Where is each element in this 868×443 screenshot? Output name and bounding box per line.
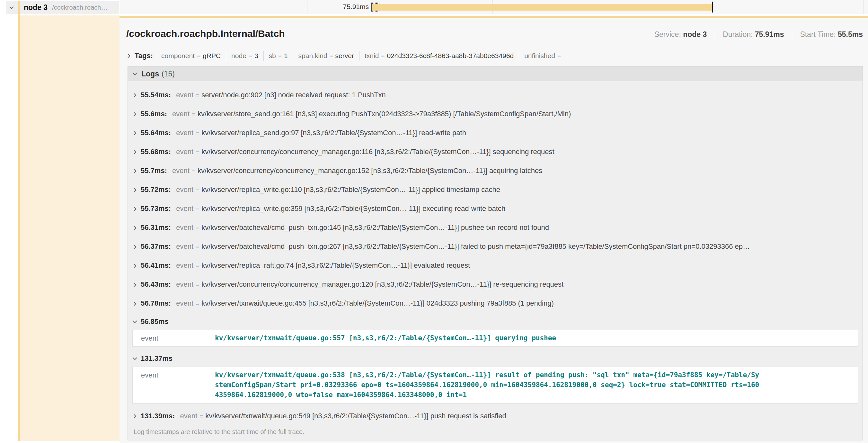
- chevron-down-icon[interactable]: [132, 319, 137, 324]
- tag-item[interactable]: unfinished =: [519, 51, 568, 61]
- log-entry-row[interactable]: 55.7ms: event = kv/kvserver/concurrency/…: [132, 162, 858, 180]
- logs-footnote: Log timestamps are relative to the start…: [132, 426, 858, 440]
- timeline-gridline: [863, 0, 864, 14]
- tag-item[interactable]: txnid = 024d3323-6c8f-4863-aa8b-37ab0e63…: [360, 51, 519, 61]
- log-timestamp: 55.7ms:: [141, 166, 167, 175]
- log-entry-row[interactable]: 55.73ms: event = kv/kvserver/replica_wri…: [132, 199, 858, 218]
- chevron-right-icon[interactable]: [132, 282, 137, 287]
- log-message: kv/kvserver/concurrency/concurrency_mana…: [197, 166, 542, 175]
- equals-sign: =: [192, 167, 195, 176]
- log-message: kv/kvserver/concurrency/concurrency_mana…: [202, 280, 563, 289]
- chevron-right-icon[interactable]: [132, 149, 137, 155]
- equals-sign: =: [196, 204, 199, 213]
- tag-item[interactable]: component = gRPC: [156, 51, 226, 61]
- separator: [715, 31, 715, 39]
- chevron-right-icon[interactable]: [132, 131, 137, 136]
- log-rows: 55.54ms: event = server/node.go:902 [n3]…: [128, 81, 863, 440]
- span-duration-bar[interactable]: [372, 4, 713, 10]
- log-field-key: event: [176, 91, 193, 100]
- equals-sign: =: [278, 52, 282, 59]
- chevron-right-icon[interactable]: [132, 206, 137, 211]
- equals-sign: =: [196, 299, 199, 308]
- log-field-value: kv/kvserver/txnwait/queue.go:538 [n3,s3,…: [215, 370, 858, 400]
- equals-sign: =: [557, 52, 561, 59]
- log-entry-row[interactable]: 55.6ms: event = kv/kvserver/store_send.g…: [132, 105, 858, 124]
- chevron-right-icon[interactable]: [132, 93, 137, 98]
- log-entry-row[interactable]: 55.64ms: event = kv/kvserver/replica_sen…: [132, 124, 858, 142]
- log-key-values-table: event kv/kvserver/txnwait/queue.go:557 […: [132, 330, 858, 347]
- tag-item[interactable]: span.kind = server: [293, 51, 360, 61]
- tag-value: gRPC: [203, 52, 221, 60]
- tags-accordion[interactable]: Tags: component = gRPC node = 3 sb = 1 s…: [126, 49, 863, 62]
- tag-key: component: [161, 52, 195, 60]
- span-detail-header: /cockroach.roachpb.Internal/Batch Servic…: [126, 28, 863, 39]
- chevron-right-icon[interactable]: [132, 414, 137, 419]
- tags-label: Tags:: [134, 52, 153, 60]
- span-service-name: node 3: [24, 3, 48, 12]
- log-entry-row[interactable]: 55.68ms: event = kv/kvserver/concurrency…: [132, 142, 858, 162]
- tag-key: txnid: [365, 52, 379, 60]
- chevron-right-icon[interactable]: [132, 169, 137, 174]
- log-timestamp: 55.54ms:: [141, 91, 171, 100]
- log-entry-expanded: 56.85ms event kv/kvserver/txnwait/queue.…: [132, 313, 858, 347]
- log-message: kv/kvserver/txnwait/queue.go:549 [n3,s3,…: [205, 412, 506, 420]
- logs-accordion: Logs (15) 55.54ms: event = server/node.g…: [127, 66, 863, 440]
- log-timestamp: 55.72ms:: [141, 185, 171, 194]
- collapse-span-chevron-down-icon[interactable]: [9, 5, 14, 10]
- chevron-right-icon[interactable]: [132, 188, 137, 193]
- span-timeline-row[interactable]: 75.91ms: [120, 0, 868, 14]
- log-entry-row[interactable]: 56.31ms: event = kv/kvserver/batcheval/c…: [132, 218, 858, 237]
- chevron-right-icon[interactable]: [132, 244, 137, 249]
- log-message: kv/kvserver/txnwait/queue.go:455 [n3,s3,…: [202, 299, 554, 308]
- service-label: Service:: [654, 30, 681, 38]
- logs-title: Logs: [141, 70, 159, 78]
- log-key-values-table: event kv/kvserver/txnwait/queue.go:538 […: [132, 367, 858, 404]
- tag-item[interactable]: node = 3: [226, 51, 264, 61]
- log-entry-row[interactable]: 56.85ms: [132, 313, 858, 329]
- log-entry-row[interactable]: 55.72ms: event = kv/kvserver/replica_wri…: [132, 180, 858, 199]
- log-field-key: event: [176, 147, 193, 156]
- equals-sign: =: [196, 280, 199, 289]
- chevron-right-icon[interactable]: [132, 112, 137, 117]
- log-message: server/node.go:902 [n3] node received re…: [202, 91, 386, 100]
- equals-sign: =: [196, 261, 199, 270]
- log-entry-row[interactable]: 56.43ms: event = kv/kvserver/concurrency…: [132, 275, 858, 294]
- log-timestamp: 55.68ms:: [141, 147, 171, 156]
- chevron-right-icon[interactable]: [132, 225, 137, 231]
- selected-span-color-strip: [18, 1, 20, 441]
- log-timestamp: 56.78ms:: [141, 299, 171, 308]
- chevron-right-icon[interactable]: [126, 53, 131, 59]
- log-field-key: event: [176, 280, 193, 289]
- equals-sign: =: [330, 52, 333, 59]
- log-entry-row[interactable]: 131.39ms: event = kv/kvserver/txnwait/qu…: [132, 407, 858, 426]
- log-field-key: event: [172, 109, 189, 118]
- log-message: kv/kvserver/replica_send.go:97 [n3,s3,r6…: [202, 128, 466, 137]
- tag-item[interactable]: sb = 1: [264, 51, 293, 61]
- log-message: kv/kvserver/batcheval/cmd_push_txn.go:26…: [202, 242, 750, 251]
- equals-sign: =: [196, 224, 199, 232]
- logs-count: (15): [162, 70, 175, 78]
- log-field-key: event: [176, 128, 193, 137]
- chevron-right-icon[interactable]: [132, 301, 137, 306]
- span-duration-label: 75.91ms: [306, 3, 369, 10]
- chevron-down-icon[interactable]: [132, 71, 137, 76]
- logs-accordion-header[interactable]: Logs (15): [128, 66, 863, 81]
- log-field-value: kv/kvserver/txnwait/queue.go:557 [n3,s3,…: [215, 333, 858, 343]
- chevron-right-icon[interactable]: [132, 263, 137, 268]
- equals-sign: =: [381, 52, 384, 59]
- selected-span-row-highlight[interactable]: [20, 15, 120, 441]
- span-row-name-cell[interactable]: node 3 /cockroach.roach…: [6, 1, 119, 14]
- log-entry-row[interactable]: 56.78ms: event = kv/kvserver/txnwait/que…: [132, 294, 858, 313]
- log-entry-row[interactable]: 56.37ms: event = kv/kvserver/batcheval/c…: [132, 237, 858, 256]
- duration-value: 75.91ms: [755, 30, 784, 38]
- equals-sign: =: [192, 110, 195, 119]
- chevron-down-icon[interactable]: [132, 356, 137, 361]
- log-message: kv/kvserver/replica_write.go:359 [n3,s3,…: [202, 204, 505, 213]
- tag-key: node: [231, 52, 246, 60]
- log-entry-row[interactable]: 131.37ms: [132, 350, 858, 366]
- log-entry-row[interactable]: 55.54ms: event = server/node.go:902 [n3]…: [132, 86, 858, 105]
- log-message: kv/kvserver/replica_write.go:110 [n3,s3,…: [202, 185, 500, 194]
- equals-sign: =: [199, 412, 203, 421]
- log-entry-row[interactable]: 56.41ms: event = kv/kvserver/replica_raf…: [132, 256, 858, 275]
- duration-label: Duration:: [723, 30, 753, 38]
